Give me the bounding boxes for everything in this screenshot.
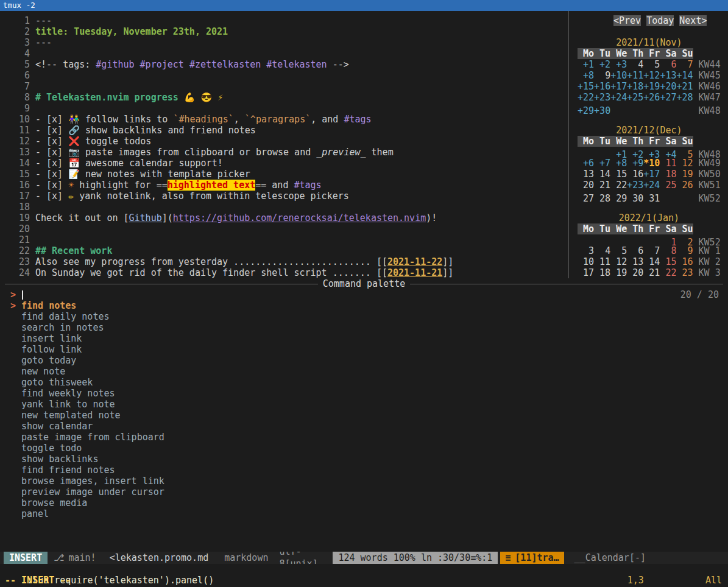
palette-item[interactable]: find weekly notes xyxy=(0,388,728,399)
editor-line[interactable]: 9 xyxy=(5,103,568,114)
palette-item[interactable]: goto thisweek xyxy=(0,377,728,388)
calendar-day[interactable]: +18 xyxy=(627,81,643,92)
calendar-day[interactable]: 7 xyxy=(676,59,693,70)
palette-item[interactable]: new note xyxy=(0,366,728,377)
calendar-day[interactable]: 14 xyxy=(594,169,610,180)
calendar-today-button[interactable]: Today xyxy=(646,15,674,26)
calendar-day[interactable]: +11 xyxy=(627,70,643,81)
link-url[interactable]: https://github.com/renerocksai/telekaste… xyxy=(173,213,426,223)
calendar-day[interactable]: +15 xyxy=(578,81,594,92)
calendar-day[interactable]: +8 xyxy=(610,158,627,169)
calendar-day[interactable]: 28 xyxy=(594,193,610,204)
editor-line[interactable]: 8# Telekasten.nvim progress 💪 😎 ⚡ xyxy=(5,92,568,103)
calendar-day[interactable]: +19 xyxy=(643,81,660,92)
calendar-day[interactable]: +25 xyxy=(627,92,643,103)
calendar-day[interactable]: +10 xyxy=(610,70,627,81)
calendar-day[interactable]: 19 xyxy=(610,267,627,278)
palette-prompt[interactable]: > 20 / 20 xyxy=(0,289,728,300)
editor-line[interactable]: 23Also see my progress from yesterday ..… xyxy=(5,256,568,267)
editor-line[interactable]: 24On Sunday we got rid of the daily find… xyxy=(5,267,568,278)
palette-item[interactable]: find friend notes xyxy=(0,465,728,476)
calendar-day[interactable]: 9 xyxy=(676,245,693,256)
editor-line[interactable]: 20 xyxy=(5,223,568,234)
editor-line[interactable]: 13- [x] 📷 paste images from clipboard or… xyxy=(5,147,568,158)
calendar-day[interactable]: 12 xyxy=(676,158,693,169)
calendar-day[interactable]: +20 xyxy=(660,81,676,92)
editor-line[interactable]: 17- [x] ✏ yank notelink, also from withi… xyxy=(5,191,568,202)
palette-item[interactable]: show backlinks xyxy=(0,454,728,465)
palette-item[interactable]: browse images, insert link xyxy=(0,476,728,487)
calendar-day[interactable]: 29 xyxy=(610,193,627,204)
editor-line[interactable]: 6 xyxy=(5,70,568,81)
calendar-day[interactable]: 30 xyxy=(627,193,643,204)
editor-line[interactable]: 1--- xyxy=(5,15,568,26)
calendar-day[interactable]: 18 xyxy=(594,267,610,278)
editor-line[interactable]: 15- [x] 📝 new notes with template picker xyxy=(5,169,568,180)
calendar-day-today[interactable]: *10 xyxy=(643,158,660,169)
palette-item[interactable]: find daily notes xyxy=(0,311,728,322)
calendar-day[interactable]: +17 xyxy=(610,81,627,92)
calendar-day[interactable]: 4 xyxy=(594,245,610,256)
calendar-day[interactable]: +26 xyxy=(643,92,660,103)
calendar-day[interactable]: 4 xyxy=(627,59,643,70)
calendar-day[interactable]: 18 xyxy=(660,169,676,180)
palette-item[interactable]: yank link to note xyxy=(0,399,728,410)
calendar-day[interactable]: 11 xyxy=(594,256,610,267)
editor-line[interactable]: 22## Recent work xyxy=(5,245,568,256)
editor-line[interactable]: 11- [x] 🔗 show backlinks and friend note… xyxy=(5,125,568,136)
palette-item[interactable]: search in notes xyxy=(0,322,728,333)
calendar-day[interactable]: 15 xyxy=(610,169,627,180)
calendar-day[interactable]: +14 xyxy=(676,70,693,81)
palette-item[interactable]: paste image from clipboard xyxy=(0,432,728,443)
calendar-day[interactable]: +3 xyxy=(610,59,627,70)
calendar-day[interactable]: 26 xyxy=(676,180,693,191)
palette-item[interactable]: toggle todo xyxy=(0,443,728,454)
editor-line[interactable]: 3--- xyxy=(5,37,568,48)
calendar-day[interactable]: 11 xyxy=(660,158,676,169)
calendar-day[interactable]: 21 xyxy=(594,180,610,191)
markdown-link[interactable]: Github xyxy=(129,213,162,223)
calendar-day[interactable]: 20 xyxy=(578,180,594,191)
calendar-day[interactable]: 5 xyxy=(610,245,627,256)
calendar-day[interactable]: +7 xyxy=(594,158,610,169)
palette-item[interactable]: insert link xyxy=(0,333,728,344)
calendar-day[interactable]: 3 xyxy=(578,245,594,256)
calendar-next-button[interactable]: Next> xyxy=(679,15,707,26)
editor-line[interactable]: 19Check it out on [Github](https://githu… xyxy=(5,213,568,223)
calendar-day[interactable]: 20 xyxy=(627,267,643,278)
calendar-day[interactable]: +17 xyxy=(643,169,660,180)
calendar-day[interactable]: +22 xyxy=(578,92,594,103)
calendar-day[interactable]: 12 xyxy=(610,256,627,267)
calendar-day[interactable]: 15 xyxy=(660,256,676,267)
calendar-day[interactable]: 17 xyxy=(578,267,594,278)
calendar-day[interactable]: +23 xyxy=(594,92,610,103)
calendar-day[interactable]: 9 xyxy=(594,70,610,81)
calendar-day[interactable]: 13 xyxy=(578,169,594,180)
editor-line[interactable]: 2title: Tuesday, November 23th, 2021 xyxy=(5,26,568,37)
command-line[interactable]: :lua require('telekasten').panel() xyxy=(0,564,728,575)
editor-line[interactable]: 16- [x] ☀ highlight for ==highlighted te… xyxy=(5,180,568,191)
palette-item[interactable]: new templated note xyxy=(0,410,728,421)
palette-item-selected[interactable]: >find notes xyxy=(0,300,728,311)
calendar-day[interactable]: 22 xyxy=(660,267,676,278)
editor-line[interactable]: 7 xyxy=(5,81,568,92)
calendar-day[interactable]: 7 xyxy=(643,245,660,256)
editor-line[interactable]: 21 xyxy=(5,234,568,245)
calendar-day[interactable]: 13 xyxy=(627,256,643,267)
calendar-day[interactable]: 21 xyxy=(643,267,660,278)
editor-line[interactable]: 4 xyxy=(5,48,568,59)
calendar-day[interactable]: +6 xyxy=(578,158,594,169)
calendar-day[interactable]: 16 xyxy=(627,169,643,180)
window-titlebar[interactable]: tmux -2 xyxy=(0,0,728,11)
palette-item[interactable]: preview image under cursor xyxy=(0,487,728,497)
calendar-day[interactable]: +1 xyxy=(578,59,594,70)
palette-item[interactable]: goto today xyxy=(0,355,728,366)
calendar-day[interactable]: 23 xyxy=(676,267,693,278)
calendar-day[interactable]: +24 xyxy=(610,92,627,103)
editor-line[interactable]: 10- [x] 👫 follow links to `#headings`, `… xyxy=(5,114,568,125)
calendar-day[interactable]: +13 xyxy=(660,70,676,81)
calendar-day[interactable]: 19 xyxy=(676,169,693,180)
calendar-day[interactable]: 31 xyxy=(643,193,660,204)
editor-line[interactable]: 18 xyxy=(5,202,568,213)
calendar-day[interactable]: +28 xyxy=(676,92,693,103)
